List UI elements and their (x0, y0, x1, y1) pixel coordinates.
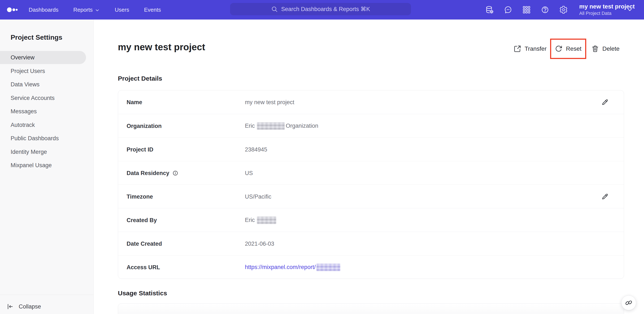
mixpanel-logo[interactable] (6, 5, 20, 14)
row-value: US/Pacific (245, 193, 272, 200)
reset-button-highlight: Reset (550, 39, 586, 59)
nav-item-label: Users (115, 6, 129, 13)
apps-grid-button[interactable] (522, 5, 531, 14)
settings-button[interactable] (559, 5, 568, 14)
nav-item-dashboards[interactable]: Dashboards (29, 6, 58, 13)
redacted-value (257, 217, 276, 224)
sidebar-item-project-users[interactable]: Project Users (0, 64, 86, 78)
detail-row-date-created: Date Created 2021-06-03 (118, 232, 624, 256)
delete-label: Delete (602, 45, 620, 52)
redacted-value (257, 122, 284, 130)
page-title: my new test project (118, 42, 205, 52)
reset-icon (555, 45, 562, 53)
help-icon (541, 5, 549, 14)
search-icon (271, 6, 278, 12)
row-label: Created By (126, 217, 157, 223)
trash-icon (591, 45, 599, 53)
redacted-value (316, 264, 340, 271)
sidebar-item-public-dashboards[interactable]: Public Dashboards (0, 132, 86, 145)
mixpanel-project-settings-page: Dashboards Reports Users Events Search D… (0, 0, 644, 314)
transfer-icon (514, 45, 521, 53)
detail-row-created-by: Created By Eric (118, 208, 624, 232)
detail-row-data-residency: Data Residency US (118, 161, 624, 185)
top-navbar: Dashboards Reports Users Events Search D… (0, 0, 644, 19)
collapse-sidebar-button[interactable]: Collapse (6, 301, 41, 313)
delete-button[interactable]: Delete (591, 42, 620, 55)
row-value: 2384945 (245, 146, 267, 153)
edit-name-button[interactable] (601, 98, 609, 106)
detail-row-organization: Organization Eric Organization (118, 114, 624, 138)
project-switcher-chevron[interactable] (626, 6, 633, 13)
row-value: US (245, 170, 253, 176)
chevron-down-icon (626, 6, 633, 13)
settings-gear-icon (559, 5, 568, 14)
help-button[interactable] (541, 5, 549, 14)
apps-grid-icon (522, 5, 531, 14)
project-details-card: Name my new test project Organization Er… (118, 90, 624, 279)
collapse-icon (6, 303, 14, 310)
sidebar-item-messages[interactable]: Messages (0, 105, 86, 118)
chevron-down-icon (95, 8, 100, 13)
detail-row-project-id: Project ID 2384945 (118, 137, 624, 161)
sidebar-item-data-views[interactable]: Data Views (0, 78, 86, 91)
copy-link-button[interactable] (621, 295, 636, 310)
pencil-icon (601, 193, 609, 201)
nav-item-events[interactable]: Events (144, 6, 161, 13)
sidebar-item-autotrack[interactable]: Autotrack (0, 118, 86, 132)
edit-timezone-button[interactable] (601, 193, 609, 201)
nav-item-users[interactable]: Users (115, 6, 129, 13)
sidebar-item-overview[interactable]: Overview (0, 51, 86, 64)
search-input[interactable]: Search Dashboards & Reports ⌘K (230, 3, 411, 15)
feedback-button[interactable] (504, 5, 512, 14)
usage-statistics-heading: Usage Statistics (118, 290, 167, 297)
row-label: Project ID (126, 146, 153, 153)
row-label: Date Created (126, 240, 162, 247)
pencil-icon (601, 98, 609, 106)
nav-item-label: Dashboards (29, 6, 58, 13)
link-icon (625, 299, 632, 306)
transfer-button[interactable]: Transfer (514, 42, 546, 55)
row-value: my new test project (245, 99, 294, 105)
row-value-prefix: Eric (245, 217, 255, 223)
row-value-suffix: Organization (286, 123, 318, 129)
project-settings-sidebar: Project Settings Overview Project Users … (0, 19, 94, 314)
search-placeholder: Search Dashboards & Reports ⌘K (281, 6, 370, 12)
usage-statistics-card (118, 304, 624, 314)
access-url-link[interactable]: https://mixpanel.com/report/ (245, 264, 316, 271)
chat-bubble-icon (504, 5, 512, 14)
nav-item-reports[interactable]: Reports (73, 6, 100, 13)
row-label: Organization (126, 123, 162, 129)
detail-row-access-url: Access URL https://mixpanel.com/report/ (118, 255, 624, 279)
collapse-label: Collapse (19, 304, 41, 310)
data-residency-info-button[interactable] (172, 170, 178, 176)
sidebar-divider (0, 295, 94, 295)
sidebar-item-mixpanel-usage[interactable]: Mixpanel Usage (0, 159, 86, 172)
database-gear-icon (485, 5, 494, 14)
reset-label: Reset (566, 45, 581, 52)
row-label: Name (126, 99, 142, 105)
row-label: Data Residency (126, 170, 169, 176)
detail-row-timezone: Timezone US/Pacific (118, 185, 624, 208)
info-icon (172, 170, 178, 176)
nav-icon-group (485, 0, 568, 19)
nav-item-label: Events (144, 6, 161, 13)
row-value: 2021-06-03 (245, 240, 274, 247)
data-management-button[interactable] (485, 5, 494, 14)
mixpanel-logo-icon (6, 5, 20, 14)
row-label: Access URL (126, 264, 160, 271)
row-label: Timezone (126, 193, 153, 200)
sidebar-item-identity-merge[interactable]: Identity Merge (0, 145, 86, 158)
detail-row-name: Name my new test project (118, 90, 624, 114)
reset-button[interactable]: Reset (555, 45, 581, 53)
sidebar-item-service-accounts[interactable]: Service Accounts (0, 91, 86, 105)
transfer-label: Transfer (525, 45, 546, 52)
row-value-prefix: Eric (245, 123, 255, 129)
nav-item-label: Reports (73, 6, 92, 13)
sidebar-title: Project Settings (10, 33, 62, 41)
main-nav: Dashboards Reports Users Events (29, 0, 161, 19)
project-details-heading: Project Details (118, 75, 162, 82)
